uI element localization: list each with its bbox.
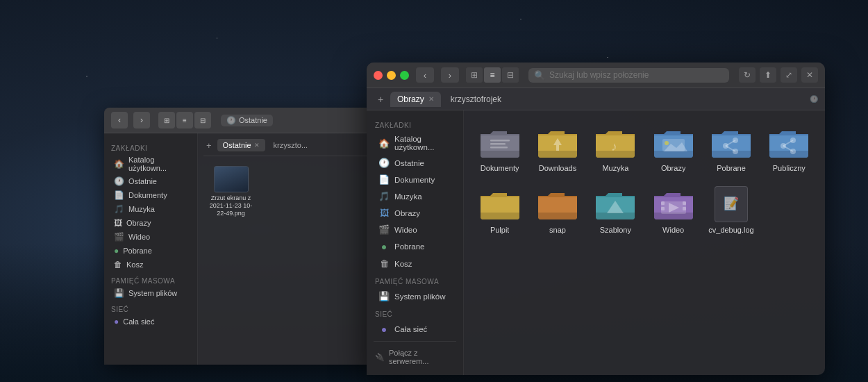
small-sidebar-item-recent[interactable]: 🕐 Ostatnie <box>107 174 194 188</box>
connect-label: Połącz z serwerem... <box>389 349 455 365</box>
main-sidebar-home-label: Katalog użytkown... <box>394 135 451 151</box>
file-item-pulpit[interactable]: Pulpit <box>472 181 527 240</box>
small-fm-body: Zakładki 🏠 Katalog użytkown... 🕐 Ostatni… <box>104 133 382 365</box>
search-bar[interactable]: 🔍 <box>528 68 729 83</box>
fullscreen-button[interactable]: ⤢ <box>781 67 797 83</box>
main-sidebar-item-home[interactable]: 🏠 Katalog użytkown... <box>370 132 460 154</box>
main-fm-content: Dokumenty Downloads <box>464 110 825 375</box>
folder-icon-muzyka: ♪ <box>593 124 637 160</box>
file-item-cvdebug[interactable]: 📝 cv_debug.log <box>703 181 758 240</box>
recent-icon: 🕐 <box>114 176 124 186</box>
main-fm-body: Zakładki 🏠 Katalog użytkown... 🕐 Ostatni… <box>367 110 825 375</box>
menu-button[interactable]: ✕ <box>801 67 818 83</box>
file-label-pobrane: Pobrane <box>717 164 746 172</box>
sidebar-divider <box>374 341 456 342</box>
small-location-label: Ostatnie <box>239 116 267 124</box>
small-sidebar-item-video[interactable]: 🎬 Wideo <box>107 230 194 244</box>
small-compact-view-btn[interactable]: ⊟ <box>194 112 211 128</box>
small-sidebar-video-label: Wideo <box>128 233 150 241</box>
main-tab-obrazy-close[interactable]: ✕ <box>428 95 434 103</box>
small-sidebar-item-downloads[interactable]: ● Pobrane <box>107 244 194 258</box>
folder-icon-snap <box>535 186 580 222</box>
file-item-snap[interactable]: snap <box>530 181 585 240</box>
main-sidebar-music-label: Muzyka <box>394 192 422 201</box>
folder-icon-dokumenty <box>478 124 522 160</box>
small-sidebar-network-label: Cała sieć <box>123 317 154 326</box>
small-sidebar-item-music[interactable]: 🎵 Muzyka <box>107 202 194 216</box>
file-label-obrazy: Obrazy <box>661 164 685 172</box>
small-list-view-btn[interactable]: ≡ <box>176 112 193 128</box>
music-icon-main: 🎵 <box>378 191 390 201</box>
main-tab-obrazy[interactable]: Obrazy ✕ <box>390 92 441 107</box>
connect-to-server-button[interactable]: 🔌 Połącz z serwerem... <box>367 345 463 369</box>
list-view-button[interactable]: ≡ <box>484 67 501 83</box>
main-fm-sidebar: Zakładki 🏠 Katalog użytkown... 🕐 Ostatni… <box>367 110 464 375</box>
small-sidebar-item-home[interactable]: 🏠 Katalog użytkown... <box>107 153 194 174</box>
main-sidebar-item-downloads[interactable]: ● Pobrane <box>370 238 460 255</box>
main-sidebar-downloads-label: Pobrane <box>394 242 424 251</box>
svg-rect-23 <box>683 207 686 210</box>
small-sidebar-docs-label: Dokumenty <box>128 191 167 199</box>
main-sidebar-item-images[interactable]: 🖼 Obrazy <box>370 205 460 221</box>
small-sidebar-item-trash[interactable]: 🗑 Kosz <box>107 258 194 272</box>
search-input[interactable] <box>549 70 724 80</box>
small-grid-view-btn[interactable]: ⊞ <box>158 112 175 128</box>
small-sidebar-home-label: Katalog użytkown... <box>128 156 187 172</box>
main-fm-titlebar: ‹ › ⊞ ≡ ⊟ 🔍 ↻ ⬆ ⤢ ✕ <box>367 63 825 88</box>
trash-icon-small: 🗑 <box>114 260 122 269</box>
grid-view-button[interactable]: ⊞ <box>466 67 483 83</box>
main-sidebar-item-trash[interactable]: 🗑 Kosz <box>370 256 460 272</box>
main-sidebar-item-network[interactable]: ● Cała sieć <box>370 321 460 338</box>
main-tabs-row: + Obrazy ✕ krzysztofrojek 🕐 <box>367 88 825 110</box>
small-sidebar-item-network[interactable]: ● Cała sieć <box>107 315 194 329</box>
main-back-button[interactable]: ‹ <box>416 67 434 83</box>
file-item-pobrane[interactable]: Pobrane <box>703 119 758 178</box>
main-sidebar-images-label: Obrazy <box>394 209 420 217</box>
file-item-downloads[interactable]: Downloads <box>530 119 585 178</box>
small-file-screenshot[interactable]: Zrzut ekranu z 2021-11-23 10-22-49.png <box>203 162 258 221</box>
file-item-szablony[interactable]: Szablony <box>588 181 643 240</box>
main-sidebar-item-fs[interactable]: 💾 System plików <box>370 288 460 304</box>
svg-rect-1 <box>490 143 506 145</box>
file-item-muzyka[interactable]: ♪ Muzyka <box>588 119 643 178</box>
window-close-button[interactable] <box>374 71 383 80</box>
upload-button[interactable]: ⬆ <box>760 67 776 83</box>
main-sidebar-storage-header: Pamięć masowa <box>367 272 463 288</box>
svg-rect-22 <box>683 201 686 205</box>
small-tab-recent-label: Ostatnie <box>223 141 251 149</box>
main-forward-button[interactable]: › <box>441 67 459 83</box>
main-sidebar-item-docs[interactable]: 📄 Dokumenty <box>370 172 460 188</box>
main-sidebar-item-video[interactable]: 🎬 Wideo <box>370 222 460 238</box>
file-item-dokumenty[interactable]: Dokumenty <box>472 119 527 178</box>
refresh-button[interactable]: ↻ <box>739 67 756 83</box>
file-item-publiczny[interactable]: Publiczny <box>762 119 817 178</box>
main-sidebar-network-header: Sieć <box>367 305 463 320</box>
small-tab-recent[interactable]: Ostatnie ✕ <box>217 139 265 151</box>
small-sidebar-item-fs[interactable]: 💾 System plików <box>107 286 194 300</box>
small-add-tab-btn[interactable]: + <box>203 140 215 151</box>
main-tab-krzysz[interactable]: krzysztofrojek <box>444 92 508 107</box>
compact-view-button[interactable]: ⊟ <box>502 67 519 83</box>
small-sidebar-recent-label: Ostatnie <box>128 177 157 185</box>
small-fm-titlebar: ‹ › ⊞ ≡ ⊟ 🕐 Ostatnie <box>104 108 382 133</box>
file-item-wideo[interactable]: Wideo <box>646 181 701 240</box>
recent-icon-main: 🕐 <box>378 158 390 168</box>
small-sidebar-item-docs[interactable]: 📄 Dokumenty <box>107 188 194 202</box>
svg-text:♪: ♪ <box>611 140 617 153</box>
small-forward-button[interactable]: › <box>133 112 150 128</box>
small-sidebar-images-label: Obrazy <box>126 219 151 227</box>
small-sidebar-item-images[interactable]: 🖼 Obrazy <box>107 216 194 230</box>
small-tab-recent-close[interactable]: ✕ <box>254 142 260 149</box>
search-icon: 🔍 <box>534 70 545 81</box>
network-icon-small: ● <box>114 317 119 326</box>
small-tab-krzysz[interactable]: krzyszto... <box>268 139 314 151</box>
window-minimize-button[interactable] <box>387 71 396 80</box>
file-item-obrazy[interactable]: Obrazy <box>646 119 701 178</box>
main-add-tab-button[interactable]: + <box>374 92 387 106</box>
small-screenshot-label: Zrzut ekranu z 2021-11-23 10-22-49.png <box>207 194 256 217</box>
window-maximize-button[interactable] <box>400 71 409 80</box>
main-sidebar-item-music[interactable]: 🎵 Muzyka <box>370 188 460 204</box>
main-sidebar-item-recent[interactable]: 🕐 Ostatnie <box>370 155 460 171</box>
file-label-pulpit: Pulpit <box>490 226 510 234</box>
small-back-button[interactable]: ‹ <box>111 112 128 128</box>
